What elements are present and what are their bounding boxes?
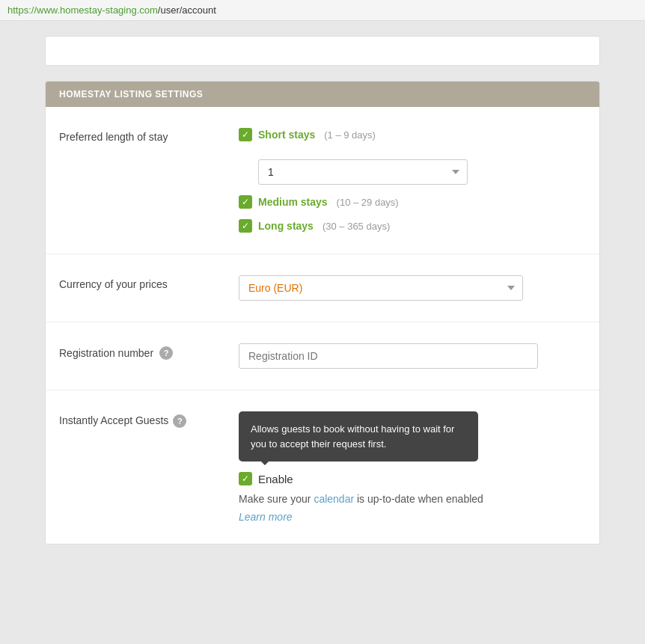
- preferred-stay-label: Preferred length of stay: [59, 131, 168, 143]
- short-stays-checkbox[interactable]: ✓: [239, 128, 252, 141]
- medium-stays-range: (10 – 29 days): [337, 197, 399, 208]
- short-stays-dropdown[interactable]: 1 2 3 4 5 6 7 8 9: [258, 159, 468, 185]
- preferred-stay-row: Preferred length of stay ✓ Short stays (…: [46, 107, 599, 254]
- registration-help-icon[interactable]: ?: [159, 346, 173, 360]
- tooltip-text: Allows guests to book without having to …: [251, 423, 454, 450]
- url-dark: /user/account: [158, 4, 216, 16]
- medium-stays-label: Medium stays: [258, 196, 328, 208]
- instant-accept-label: Instantly Accept Guests: [59, 414, 168, 426]
- registration-content: [239, 343, 586, 369]
- preferred-stay-content: ✓ Short stays (1 – 9 days) 1 2 3 4 5 6 7…: [239, 128, 586, 233]
- calendar-info-suffix: is up-to-date when enabled: [354, 493, 483, 505]
- medium-stays-item: ✓ Medium stays (10 – 29 days): [239, 195, 586, 209]
- medium-stays-checkbox[interactable]: ✓: [239, 195, 252, 209]
- long-stays-item: ✓ Long stays (30 – 365 days): [239, 219, 586, 233]
- calendar-link[interactable]: calendar: [314, 493, 354, 505]
- short-stays-label: Short stays: [258, 129, 315, 141]
- enable-checkbox[interactable]: ✓: [239, 472, 252, 485]
- currency-content: Euro (EUR) US Dollar (USD) British Pound…: [239, 275, 586, 301]
- calendar-info-prefix: Make sure your: [239, 493, 314, 505]
- tooltip-bubble: Allows guests to book without having to …: [239, 411, 478, 461]
- registration-row: Registration number ?: [46, 322, 599, 390]
- enable-label: Enable: [258, 473, 293, 485]
- currency-row: Currency of your prices Euro (EUR) US Do…: [46, 254, 599, 322]
- short-stays-item: ✓ Short stays (1 – 9 days): [239, 128, 586, 141]
- calendar-info: Make sure your calendar is up-to-date wh…: [239, 493, 586, 505]
- top-bar: [45, 36, 600, 66]
- short-stays-range: (1 – 9 days): [324, 129, 376, 141]
- learn-more-link[interactable]: Learn more: [239, 511, 293, 523]
- long-stays-checkbox[interactable]: ✓: [239, 219, 252, 233]
- registration-label: Registration number: [59, 347, 153, 359]
- currency-label: Currency of your prices: [59, 278, 168, 290]
- instant-accept-help-icon[interactable]: ?: [173, 414, 186, 428]
- long-stays-label: Long stays: [258, 220, 314, 232]
- instant-accept-content: Allows guests to book without having to …: [239, 411, 586, 523]
- currency-dropdown[interactable]: Euro (EUR) US Dollar (USD) British Pound…: [239, 275, 523, 301]
- settings-header: HOMESTAY LISTING SETTINGS: [46, 82, 599, 107]
- enable-row: ✓ Enable: [239, 472, 586, 485]
- url-green: https://www.homestay-staging.com: [7, 4, 158, 16]
- registration-input[interactable]: [239, 343, 538, 369]
- settings-panel: HOMESTAY LISTING SETTINGS Preferred leng…: [45, 81, 600, 545]
- instant-accept-row: Instantly Accept Guests ? Allows guests …: [46, 390, 599, 544]
- browser-bar: https://www.homestay-staging.com/user/ac…: [0, 0, 645, 21]
- long-stays-range: (30 – 365 days): [322, 221, 390, 232]
